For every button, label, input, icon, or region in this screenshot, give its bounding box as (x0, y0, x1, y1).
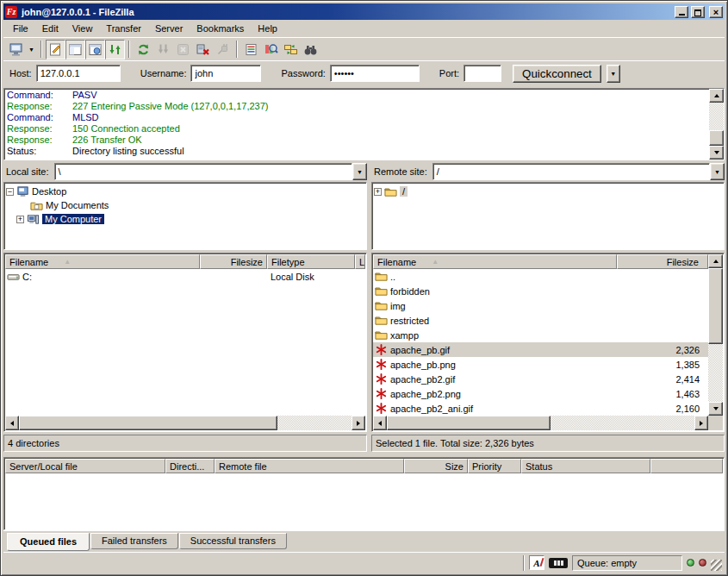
directory-listing-filters-button[interactable] (241, 40, 261, 59)
quickconnect-dropdown[interactable]: ▼ (607, 65, 620, 83)
remote-file-row[interactable]: apache_pb2.png 1,463 (373, 386, 708, 401)
menu-help[interactable]: Help (251, 22, 284, 35)
remote-vertical-scrollbar[interactable] (708, 254, 723, 416)
remote-site-combo[interactable]: / ▼ (432, 163, 725, 180)
local-site-value[interactable]: \ (54, 163, 352, 180)
scroll-left-button[interactable] (373, 416, 387, 430)
scroll-down-button[interactable] (708, 402, 723, 416)
reconnect-button[interactable] (213, 40, 233, 59)
queue-body[interactable] (5, 473, 723, 529)
scrollbar-thumb[interactable] (387, 416, 551, 430)
column-header-direction[interactable]: Directi... (165, 459, 215, 473)
tab-failed-transfers[interactable]: Failed transfers (90, 533, 178, 549)
title-bar[interactable]: Fz john@127.0.0.1 - FileZilla × (3, 3, 725, 20)
quickconnect-button[interactable]: Quickconnect (513, 65, 601, 83)
tab-queued-files[interactable]: Queued files (7, 533, 90, 551)
collapse-icon[interactable]: − (6, 188, 14, 196)
tab-successful-transfers[interactable]: Successful transfers (179, 533, 287, 549)
menu-transfer[interactable]: Transfer (99, 22, 148, 35)
scroll-left-button[interactable] (5, 416, 19, 430)
disconnect-button[interactable] (193, 40, 213, 59)
scroll-up-button[interactable] (708, 254, 723, 268)
column-header-priority[interactable]: Priority (468, 459, 521, 473)
toggle-local-tree-button[interactable] (65, 40, 85, 59)
compare-icon (264, 42, 278, 57)
scroll-down-button[interactable] (709, 146, 724, 160)
username-input[interactable] (190, 65, 261, 82)
close-button[interactable]: × (709, 6, 723, 18)
menu-file[interactable]: File (6, 22, 35, 35)
remote-file-row[interactable]: apache_pb2.gif 2,414 (373, 372, 708, 386)
toggle-transfer-queue-button[interactable] (105, 40, 125, 59)
column-header-filetype[interactable]: Filetype (267, 254, 355, 269)
remote-file-row[interactable]: restricted (373, 313, 708, 328)
tree-item-label[interactable]: Desktop (32, 186, 66, 197)
cancel-operation-button[interactable] (173, 40, 193, 59)
maximize-button[interactable] (691, 6, 705, 18)
scrollbar-thumb[interactable] (19, 416, 277, 430)
remote-file-row[interactable]: forbidden (373, 284, 708, 298)
tree-item-label-selected[interactable]: My Computer (42, 214, 104, 224)
scrollbar-thumb[interactable] (708, 268, 723, 344)
remote-horizontal-scrollbar[interactable] (373, 416, 723, 430)
refresh-icon (136, 42, 151, 57)
tree-item-label-selected[interactable]: / (400, 186, 408, 197)
toggle-message-log-button[interactable] (46, 40, 65, 59)
expand-icon[interactable]: + (16, 216, 24, 223)
menu-bookmarks[interactable]: Bookmarks (190, 22, 251, 35)
host-input[interactable] (36, 65, 121, 82)
site-manager-dropdown[interactable]: ▼ (26, 40, 37, 59)
refresh-button[interactable] (134, 40, 153, 59)
synchronized-browsing-button[interactable] (281, 40, 301, 59)
data-type-indicator[interactable]: A (529, 555, 544, 570)
column-header-status[interactable]: Status (521, 459, 650, 473)
local-site-combo[interactable]: \ ▼ (54, 163, 367, 180)
local-site-dropdown[interactable]: ▼ (352, 163, 367, 180)
column-header-filesize[interactable]: Filesize (617, 254, 708, 269)
remote-site-dropdown[interactable]: ▼ (710, 163, 725, 180)
password-input[interactable] (330, 65, 420, 82)
tree-item-root[interactable]: + / (374, 185, 722, 198)
column-header-remote-file[interactable]: Remote file (215, 459, 404, 473)
tree-item-label[interactable]: My Documents (46, 200, 109, 210)
column-header-filename[interactable]: Filename▲ (373, 254, 617, 269)
column-header-server-local-file[interactable]: Server/Local file (5, 459, 165, 473)
port-input[interactable] (464, 65, 501, 82)
local-horizontal-scrollbar[interactable] (5, 416, 365, 430)
process-queue-button[interactable] (153, 40, 173, 59)
scrollbar-thumb[interactable] (709, 130, 724, 146)
tree-item-my-documents[interactable]: My Documents (6, 198, 364, 212)
column-header-size[interactable]: Size (404, 459, 468, 473)
column-header-filename[interactable]: Filename▲ (5, 254, 200, 269)
speed-limit-icon[interactable] (549, 558, 568, 568)
site-manager-button[interactable] (6, 40, 26, 59)
toggle-remote-tree-button[interactable] (85, 40, 105, 59)
remote-file-row[interactable]: apache_pb2_ani.gif 2,160 (373, 401, 708, 416)
tree-item-my-computer[interactable]: + My Computer (6, 212, 364, 226)
log-vertical-scrollbar[interactable] (709, 89, 724, 160)
column-header-last-modified[interactable]: L (355, 254, 365, 269)
menu-view[interactable]: View (65, 22, 100, 35)
remote-file-row-selected[interactable]: apache_pb.gif 2,326 (373, 342, 708, 357)
resize-grip[interactable] (711, 560, 722, 571)
scroll-right-button[interactable] (352, 416, 365, 430)
maximize-icon (694, 9, 701, 16)
local-file-row[interactable]: C: Local Disk (5, 269, 365, 284)
remote-file-row[interactable]: xampp (373, 328, 708, 342)
remote-site-value[interactable]: / (432, 163, 710, 180)
column-header-filesize[interactable]: Filesize (200, 254, 267, 269)
menu-server[interactable]: Server (148, 22, 190, 35)
expand-icon[interactable]: + (374, 188, 382, 196)
log-line-label: Response: (7, 101, 72, 112)
remote-list-body: .. forbidden img (373, 269, 708, 416)
tree-item-desktop[interactable]: − Desktop (6, 185, 364, 198)
find-files-button[interactable] (301, 40, 320, 59)
directory-comparison-button[interactable] (261, 40, 281, 59)
scroll-right-button[interactable] (694, 416, 708, 430)
scroll-up-button[interactable] (709, 89, 724, 103)
minimize-button[interactable] (675, 6, 688, 18)
remote-file-row[interactable]: apache_pb.png 1,385 (373, 357, 708, 372)
remote-file-row[interactable]: .. (373, 269, 708, 284)
menu-edit[interactable]: Edit (35, 22, 65, 35)
remote-file-row[interactable]: img (373, 298, 708, 313)
